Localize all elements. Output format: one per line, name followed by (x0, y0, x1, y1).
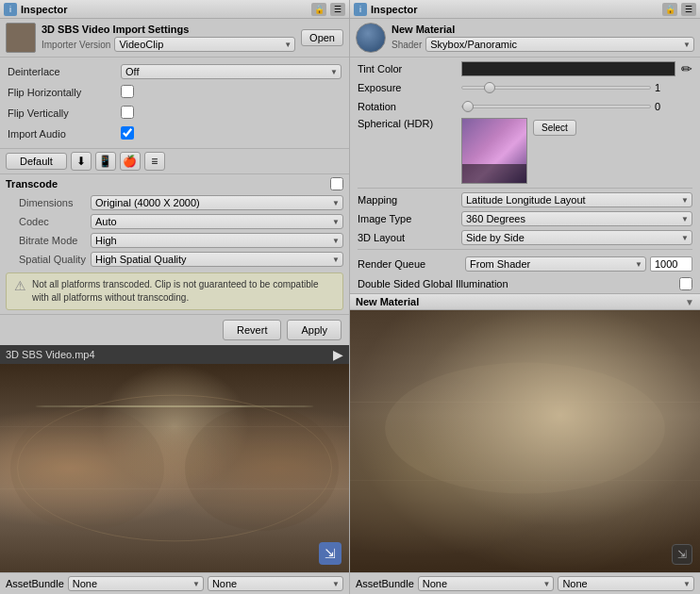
play-icon[interactable]: ▶ (333, 347, 343, 362)
right-lock-icon[interactable]: 🔒 (662, 3, 677, 16)
right-inspector-panel: i Inspector 🔒 ☰ New Material Shader Skyb… (350, 0, 700, 594)
dimensions-control: Original (4000 X 2000) (91, 195, 343, 210)
rotation-slider[interactable] (461, 105, 651, 108)
warning-text: Not all platforms transcoded. Clip is no… (32, 278, 335, 305)
flip-h-control (121, 85, 342, 100)
revert-button[interactable]: Revert (223, 320, 281, 340)
select-texture-button[interactable]: Select (533, 120, 576, 136)
right-asset-info: New Material Shader Skybox/Panoramic (392, 24, 694, 52)
right-asset-bundle-select2[interactable]: None (558, 576, 694, 591)
download-icon-btn[interactable]: ⬇ (71, 152, 92, 171)
dimensions-row: Dimensions Original (4000 X 2000) (6, 193, 343, 212)
double-sided-checkbox[interactable] (679, 277, 692, 290)
warning-icon: ⚠ (14, 277, 26, 296)
flip-v-row: Flip Vertically (8, 103, 342, 124)
video-preview-bar: 3D SBS Video.mp4 ▶ (0, 345, 349, 364)
left-header-actions: 🔒 ☰ (311, 3, 345, 16)
mobile-icon-btn[interactable]: 📱 (95, 152, 116, 171)
layout-3d-control: Side by Side (461, 230, 692, 245)
importer-version-select[interactable]: VideoClip (114, 37, 295, 52)
right-inspector-header: i Inspector 🔒 ☰ (350, 0, 700, 19)
shader-select[interactable]: Skybox/Panoramic (425, 37, 694, 52)
right-menu-icon[interactable]: ☰ (681, 3, 696, 16)
transcode-table: Dimensions Original (4000 X 2000) Codec … (0, 193, 349, 269)
layout-3d-label: 3D Layout (358, 232, 461, 243)
divider-2 (358, 249, 692, 250)
right-asset-row: New Material Shader Skybox/Panoramic (350, 19, 700, 58)
rotation-value: 0 (655, 101, 692, 112)
action-buttons: Revert Apply (0, 314, 349, 345)
warning-box: ⚠ Not all platforms transcoded. Clip is … (6, 272, 343, 310)
flip-h-checkbox[interactable] (121, 85, 134, 98)
render-queue-label: Render Queue (358, 258, 461, 270)
layout-3d-select[interactable]: Side by Side (461, 230, 692, 245)
double-sided-row: Double Sided Global Illumination (350, 274, 700, 293)
left-inspector-title: Inspector (21, 4, 311, 15)
asset-bundle-icon[interactable]: ⇲ (319, 542, 342, 565)
apply-button[interactable]: Apply (287, 320, 342, 340)
render-queue-number[interactable]: 1000 (650, 256, 692, 272)
left-inspector-icon: i (4, 3, 17, 16)
spatial-control: High Spatial Quality (91, 252, 343, 267)
image-type-label: Image Type (358, 213, 461, 224)
tint-color-control: ✏ (461, 61, 692, 76)
material-panorama-preview (350, 310, 700, 572)
right-asset-bundle-select1[interactable]: None (418, 576, 555, 591)
open-button[interactable]: Open (301, 29, 343, 46)
codec-select[interactable]: Auto (91, 214, 343, 229)
rotation-control: 0 (461, 101, 692, 112)
transcode-checkbox[interactable] (330, 177, 343, 190)
left-asset-bundle-select1[interactable]: None (68, 576, 204, 591)
transcode-header: Transcode (0, 174, 349, 193)
material-expand-button[interactable]: ⇲ (672, 544, 692, 565)
spatial-select[interactable]: High Spatial Quality (91, 252, 343, 267)
mapping-select[interactable]: Latitude Longitude Layout (461, 192, 692, 207)
rotation-row: Rotation 0 (358, 97, 692, 116)
image-type-row: Image Type 360 Degrees (358, 209, 692, 228)
color-pencil-icon[interactable]: ✏ (681, 61, 692, 76)
deinterlace-label: Deinterlace (8, 66, 121, 77)
double-sided-label: Double Sided Global Illumination (358, 278, 679, 289)
spherical-label: Spherical (HDR) (358, 118, 461, 129)
bitrate-label: Bitrate Mode (6, 235, 91, 246)
left-menu-icon[interactable]: ☰ (330, 3, 345, 16)
tint-color-swatch[interactable] (461, 61, 675, 76)
left-asset-bundle-select2[interactable]: None (208, 576, 343, 591)
exposure-row: Exposure 1 (358, 78, 692, 97)
bitrate-select[interactable]: High (91, 233, 343, 248)
right-asset-title: New Material (392, 24, 694, 35)
import-audio-checkbox[interactable] (121, 126, 134, 140)
deinterlace-select[interactable]: Off (121, 64, 342, 79)
material-frame: ⇲ (350, 310, 700, 572)
left-asset-bundle-label: AssetBundle (6, 578, 64, 589)
layout-3d-row: 3D Layout Side by Side (358, 228, 692, 247)
spatial-label: Spatial Quality (6, 254, 91, 265)
right-inspector-title: Inspector (371, 4, 662, 15)
exposure-control: 1 (461, 82, 692, 93)
flip-v-label: Flip Vertically (8, 107, 121, 119)
dimensions-label: Dimensions (6, 197, 91, 208)
left-lock-icon[interactable]: 🔒 (311, 3, 326, 16)
right-asset-bundle-row: AssetBundle None None (350, 572, 700, 594)
render-queue-select-wrapper: From Shader (465, 256, 646, 272)
exposure-label: Exposure (358, 82, 461, 93)
menu-icon-btn[interactable]: ≡ (144, 152, 165, 171)
preview-expand-icon[interactable]: ▼ (685, 297, 694, 307)
tint-color-row: Tint Color ✏ (358, 59, 692, 78)
panorama-svg (0, 364, 349, 572)
transcode-label: Transcode (6, 178, 330, 190)
asset-title: 3D SBS Video Import Settings (42, 24, 295, 35)
right-header-actions: 🔒 ☰ (662, 3, 696, 16)
exposure-slider[interactable] (461, 86, 651, 90)
render-queue-select[interactable]: From Shader (465, 256, 646, 272)
default-platform-button[interactable]: Default (6, 153, 67, 170)
image-type-select[interactable]: 360 Degrees (461, 211, 692, 226)
dimensions-select[interactable]: Original (4000 X 2000) (91, 195, 343, 210)
codec-control: Auto (91, 214, 343, 229)
texture-preview[interactable] (461, 118, 527, 184)
image-type-control: 360 Degrees (461, 211, 692, 226)
deinterlace-control: Off (121, 64, 342, 79)
flip-v-checkbox[interactable] (121, 106, 134, 119)
apple-icon-btn[interactable]: 🍎 (120, 152, 141, 171)
material-preview-bar: New Material ▼ (350, 293, 700, 310)
